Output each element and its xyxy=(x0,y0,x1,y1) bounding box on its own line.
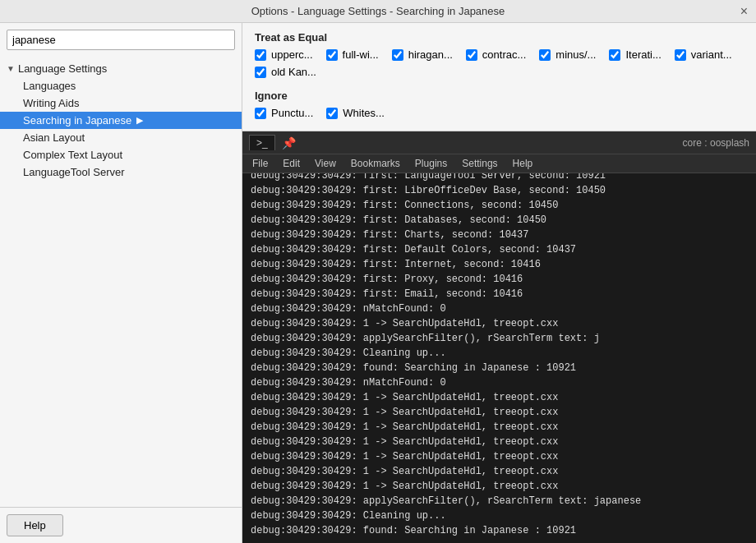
terminal-line: debug:30429:30429: nMatchFound: 0 xyxy=(251,301,748,316)
terminal-content[interactable]: debug:30429:30429: first: Language Setti… xyxy=(242,173,756,543)
checkbox-row-hiragana: hiragan... xyxy=(392,48,453,61)
title-text: Options - Language Settings - Searching … xyxy=(251,5,505,17)
terminal-line: debug:30429:30429: 1 -> SearchUpdateHdl,… xyxy=(251,390,748,405)
terminal-menu-bar: File Edit View Bookmarks Plugins Setting… xyxy=(242,154,756,173)
options-area: Treat as Equal upperc... full-wi... hira… xyxy=(242,23,756,131)
search-container xyxy=(0,23,242,57)
terminal-line: debug:30429:30429: nMatchFound: 0 xyxy=(251,375,748,390)
terminal-tab[interactable]: >_ xyxy=(249,135,275,150)
menu-file[interactable]: File xyxy=(246,156,274,171)
checkbox-label: variant... xyxy=(691,48,732,61)
checkbox-hiragana[interactable] xyxy=(392,49,403,61)
terminal-title-bar: >_ 📌 core : oosplash xyxy=(242,131,756,154)
pin-icon[interactable]: 📌 xyxy=(282,136,296,150)
tree-container: ▼ Language Settings Languages Writing Ai… xyxy=(0,57,242,507)
sidebar-item-label: Complex Text Layout xyxy=(23,149,122,161)
cursor-indicator: ▶ xyxy=(136,115,143,126)
sidebar-item-asian-layout[interactable]: Asian Layout xyxy=(0,129,242,146)
checkbox-row-punctuation: Punctu... xyxy=(255,107,313,119)
menu-bookmarks[interactable]: Bookmarks xyxy=(344,156,407,171)
checkbox-uppercase[interactable] xyxy=(255,49,266,61)
checkbox-contraction[interactable] xyxy=(466,49,477,61)
search-input[interactable] xyxy=(7,30,235,50)
terminal-line: debug:30429:30429: first: Charts, second… xyxy=(251,228,748,242)
checkbox-row-minus: minus/... xyxy=(539,48,596,61)
sidebar-item-label: Writing Aids xyxy=(23,97,79,109)
checkbox-old-kanji[interactable] xyxy=(255,67,266,78)
ignore-title: Ignore xyxy=(255,90,744,102)
checkbox-row-whitespace: Whites... xyxy=(326,107,385,119)
sidebar-item-label: Asian Layout xyxy=(23,131,85,144)
terminal-line: debug:30429:30429: 1 -> SearchUpdateHdl,… xyxy=(251,449,748,464)
checkbox-row-fullwidth: full-wi... xyxy=(326,48,379,61)
terminal-line: debug:30429:30429: found: Searching in J… xyxy=(251,361,748,375)
checkbox-label: upperc... xyxy=(271,48,313,61)
sidebar-item-complex-text-layout[interactable]: Complex Text Layout xyxy=(0,146,242,163)
checkbox-variant[interactable] xyxy=(675,49,686,61)
terminal-line: debug:30429:30429: applySearchFilter(), … xyxy=(251,494,748,508)
checkbox-iteration[interactable] xyxy=(609,49,620,61)
tree-parent-language-settings[interactable]: ▼ Language Settings xyxy=(0,60,242,77)
sidebar-item-label: LanguageTool Server xyxy=(23,166,125,178)
checkbox-label: Whites... xyxy=(343,107,385,119)
tree-parent-label: Language Settings xyxy=(18,62,107,75)
terminal-line: debug:30429:30429: applySearchFilter(), … xyxy=(251,331,748,346)
sidebar-item-languagetool-server[interactable]: LanguageTool Server xyxy=(0,163,242,181)
checkbox-label: Iterati... xyxy=(625,48,661,61)
checkbox-whitespace[interactable] xyxy=(326,108,338,119)
sidebar-item-label: Searching in Japanese xyxy=(23,114,131,127)
menu-help[interactable]: Help xyxy=(506,156,540,171)
checkbox-row-contraction: contrac... xyxy=(466,48,526,61)
checkbox-row-old-kanji: old Kan... xyxy=(255,66,316,78)
menu-edit[interactable]: Edit xyxy=(276,156,307,171)
terminal-line: debug:30429:30429: first: LanguageTool S… xyxy=(251,173,748,183)
sidebar-item-writing-aids[interactable]: Writing Aids xyxy=(0,94,242,112)
checkbox-minus[interactable] xyxy=(539,49,551,61)
terminal-header-right: core : oosplash xyxy=(683,137,749,149)
sidebar-item-searching-in-japanese[interactable]: Searching in Japanese ▶ xyxy=(0,112,242,129)
close-icon[interactable]: × xyxy=(740,4,748,19)
left-panel: ▼ Language Settings Languages Writing Ai… xyxy=(0,23,242,543)
terminal-line: debug:30429:30429: 1 -> SearchUpdateHdl,… xyxy=(251,316,748,331)
menu-plugins[interactable]: Plugins xyxy=(408,156,454,171)
main-layout: ▼ Language Settings Languages Writing Ai… xyxy=(0,23,756,543)
checkbox-row-variant: variant... xyxy=(675,48,732,61)
right-panel: Treat as Equal upperc... full-wi... hira… xyxy=(242,23,756,543)
sidebar-item-label: Languages xyxy=(23,80,76,92)
terminal-line: debug:30429:30429: 1 -> SearchUpdateHdl,… xyxy=(251,420,748,435)
checkbox-fullwidth[interactable] xyxy=(326,49,338,61)
terminal-line: debug:30429:30429: Cleaning up... xyxy=(251,346,748,361)
sidebar-item-languages[interactable]: Languages xyxy=(0,77,242,94)
terminal-line: debug:30429:30429: 1 -> SearchUpdateHdl,… xyxy=(251,435,748,449)
chevron-down-icon: ▼ xyxy=(7,64,15,73)
terminal-line: debug:30429:30429: 1 -> SearchUpdateHdl,… xyxy=(251,479,748,494)
help-button[interactable]: Help xyxy=(7,514,63,536)
bottom-bar: Help xyxy=(0,507,242,543)
terminal-line: debug:30429:30429: Cleaning up... xyxy=(251,508,748,523)
checkbox-label: hiragan... xyxy=(408,48,453,61)
terminal-line: debug:30429:30429: first: Connections, s… xyxy=(251,198,748,213)
terminal-line: debug:30429:30429: first: Email, second:… xyxy=(251,287,748,301)
checkbox-label: Punctu... xyxy=(271,107,313,119)
terminal-line: debug:30429:30429: first: LibreOfficeDev… xyxy=(251,183,748,198)
menu-view[interactable]: View xyxy=(308,156,343,171)
terminal-line: debug:30429:30429: first: Proxy, second:… xyxy=(251,272,748,287)
terminal-line: debug:30429:30429: first: Default Colors… xyxy=(251,242,748,257)
terminal-line: debug:30429:30429: first: Databases, sec… xyxy=(251,213,748,228)
terminal-panel: >_ 📌 core : oosplash File Edit View Book… xyxy=(242,131,756,543)
treat-as-equal-title: Treat as Equal xyxy=(255,31,744,44)
terminal-line: debug:30429:30429: first: Internet, seco… xyxy=(251,257,748,272)
terminal-line: debug:30429:30429: 1 -> SearchUpdateHdl,… xyxy=(251,464,748,479)
checkbox-label: contrac... xyxy=(482,48,526,61)
terminal-line: debug:30429:30429: found: Searching in J… xyxy=(251,523,748,538)
title-bar: Options - Language Settings - Searching … xyxy=(0,0,756,23)
terminal-line: debug:30429:30429: 1 -> SearchUpdateHdl,… xyxy=(251,405,748,420)
checkbox-row-iteration: Iterati... xyxy=(609,48,661,61)
checkbox-label: old Kan... xyxy=(271,66,316,78)
checkbox-label: full-wi... xyxy=(343,48,379,61)
checkbox-punctuation[interactable] xyxy=(255,108,266,119)
menu-settings[interactable]: Settings xyxy=(455,156,504,171)
checkbox-row-uppercase: upperc... xyxy=(255,48,313,61)
checkbox-label: minus/... xyxy=(555,48,596,61)
